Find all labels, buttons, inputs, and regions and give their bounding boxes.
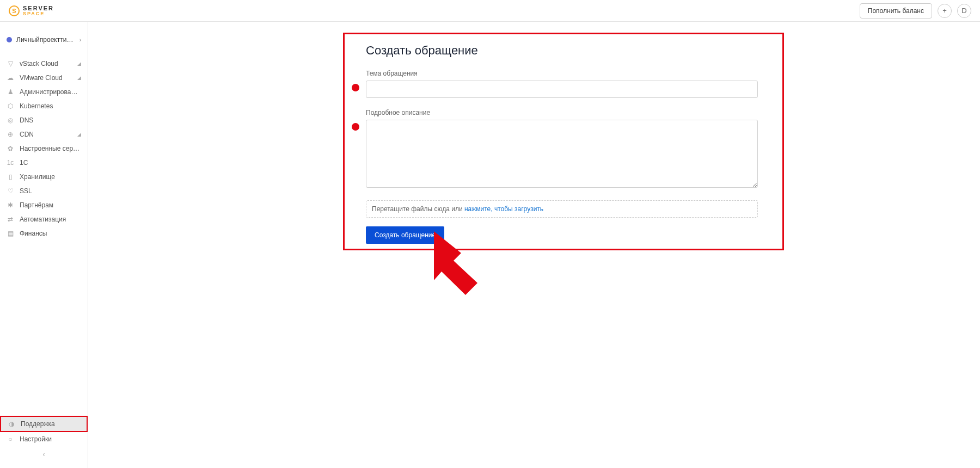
- logo-text-bottom: SPACE: [23, 11, 54, 16]
- subject-label: Тема обращения: [366, 70, 758, 77]
- chevron-down-icon: ◢: [77, 75, 81, 81]
- sidebar-item-administration[interactable]: ♟ Администрирование: [0, 85, 88, 99]
- partners-icon: ✱: [7, 201, 14, 209]
- sidebar-item-label: DNS: [20, 116, 81, 124]
- logo-text-top: SERVER: [23, 5, 54, 11]
- description-label: Подробное описание: [366, 109, 758, 116]
- header: S SERVER SPACE Пополнить баланс + D: [0, 0, 980, 22]
- sidebar-item-label: Настройки: [20, 435, 81, 443]
- annotation-marker-icon: [352, 123, 359, 131]
- chevron-left-icon: ‹: [43, 451, 45, 458]
- project-selector[interactable]: Личныйпроекттипот… ›: [0, 33, 88, 47]
- logo-icon: S: [9, 5, 20, 16]
- project-dot-icon: [7, 37, 12, 42]
- chevron-right-icon: ›: [79, 37, 81, 43]
- sidebar-item-label: Хранилище: [20, 173, 81, 181]
- create-ticket-button[interactable]: Создать обращение: [366, 226, 444, 244]
- nav-list-bottom: ◑ Поддержка ○ Настройки: [0, 416, 88, 446]
- chevron-down-icon: ◢: [77, 61, 81, 66]
- sidebar-item-label: CDN: [20, 131, 72, 138]
- sidebar-item-1c[interactable]: 1c 1C: [0, 156, 88, 170]
- top-up-balance-button[interactable]: Пополнить баланс: [860, 3, 932, 19]
- sidebar-item-vmware-cloud[interactable]: ☁ VMware Cloud ◢: [0, 71, 88, 85]
- page-title: Создать обращение: [366, 44, 758, 58]
- automation-icon: ⇄: [7, 215, 14, 223]
- dns-icon: ◎: [7, 116, 14, 124]
- avatar[interactable]: D: [957, 4, 971, 18]
- cloud-icon: ☁: [7, 74, 14, 82]
- logo-text: SERVER SPACE: [23, 5, 54, 16]
- onec-icon: 1c: [7, 159, 14, 167]
- sidebar-item-label: Настроенные серверы: [20, 145, 81, 152]
- sidebar-item-preconfigured-servers[interactable]: ✿ Настроенные серверы: [0, 141, 88, 156]
- add-button[interactable]: +: [938, 4, 952, 18]
- sidebar-item-settings[interactable]: ○ Настройки: [0, 432, 88, 446]
- main-content: Создать обращение Тема обращения Подробн…: [88, 22, 980, 468]
- sidebar-item-label: Kubernetes: [20, 102, 81, 110]
- header-right: Пополнить баланс + D: [860, 3, 971, 19]
- vstack-icon: ▽: [7, 60, 14, 67]
- project-name: Личныйпроекттипот…: [16, 36, 75, 44]
- collapse-sidebar-toggle[interactable]: ‹: [0, 446, 88, 463]
- annotation-marker-icon: [352, 84, 359, 91]
- sidebar-item-ssl[interactable]: ♡ SSL: [0, 184, 88, 198]
- sidebar-item-kubernetes[interactable]: ⬡ Kubernetes: [0, 99, 88, 113]
- nav-list-main: ▽ vStack Cloud ◢ ☁ VMware Cloud ◢ ♟ Адми…: [0, 57, 88, 241]
- upload-text-prefix: Перетащите файлы сюда или: [372, 205, 464, 213]
- sidebar-item-storage[interactable]: ▯ Хранилище: [0, 170, 88, 184]
- description-textarea[interactable]: [366, 120, 758, 188]
- sidebar-item-automation[interactable]: ⇄ Автоматизация: [0, 212, 88, 226]
- sidebar-item-cdn[interactable]: ⊕ CDN ◢: [0, 127, 88, 141]
- subject-field-row: Тема обращения: [366, 70, 758, 98]
- sidebar-item-support[interactable]: ◑ Поддержка: [0, 416, 88, 432]
- chevron-down-icon: ◢: [77, 132, 81, 137]
- sidebar-item-finance[interactable]: ▤ Финансы: [0, 226, 88, 241]
- logo[interactable]: S SERVER SPACE: [9, 5, 54, 16]
- create-ticket-form: Создать обращение Тема обращения Подробн…: [366, 44, 758, 244]
- sidebar-item-label: VMware Cloud: [20, 74, 72, 82]
- ssl-icon: ♡: [7, 187, 14, 195]
- finance-icon: ▤: [7, 230, 14, 237]
- description-field-row: Подробное описание: [366, 109, 758, 189]
- cdn-icon: ⊕: [7, 131, 14, 138]
- sidebar-item-label: 1C: [20, 159, 81, 167]
- sidebar-item-dns[interactable]: ◎ DNS: [0, 113, 88, 127]
- file-upload-zone[interactable]: Перетащите файлы сюда или нажмите, чтобы…: [366, 200, 758, 218]
- server-icon: ✿: [7, 145, 14, 152]
- settings-icon: ○: [7, 435, 14, 443]
- sidebar-item-label: Автоматизация: [20, 215, 81, 223]
- upload-link[interactable]: нажмите, чтобы загрузить: [464, 205, 543, 213]
- support-icon: ◑: [8, 420, 15, 428]
- sidebar-item-label: SSL: [20, 187, 81, 195]
- sidebar-item-label: vStack Cloud: [20, 60, 72, 67]
- subject-input[interactable]: [366, 81, 758, 98]
- sidebar-item-vstack-cloud[interactable]: ▽ vStack Cloud ◢: [0, 57, 88, 71]
- sidebar-item-partners[interactable]: ✱ Партнёрам: [0, 198, 88, 212]
- admin-icon: ♟: [7, 88, 14, 96]
- sidebar-item-label: Поддержка: [21, 420, 80, 428]
- storage-icon: ▯: [7, 173, 14, 181]
- sidebar: Личныйпроекттипот… › ▽ vStack Cloud ◢ ☁ …: [0, 22, 88, 468]
- sidebar-item-label: Администрирование: [20, 88, 81, 96]
- kubernetes-icon: ⬡: [7, 102, 14, 110]
- sidebar-item-label: Финансы: [20, 230, 81, 237]
- sidebar-item-label: Партнёрам: [20, 201, 81, 209]
